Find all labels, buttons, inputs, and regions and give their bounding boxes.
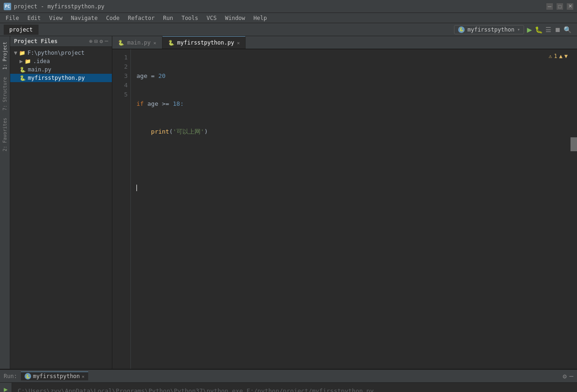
project-panel: Project Files ⊕ ⊟ ⚙ ─ ▼ 📁 F:\python\proj… xyxy=(10,36,112,369)
sidebar-structure-tab[interactable]: 7: Structure xyxy=(1,73,8,114)
panel-icon-group: ⊕ ⊟ ⚙ ─ xyxy=(89,38,108,45)
run-output: C:\Users\zyy\AppData\Local\Programs\Pyth… xyxy=(12,383,577,392)
menu-tools[interactable]: Tools xyxy=(178,14,202,22)
run-tab-close[interactable]: ✕ xyxy=(82,374,84,379)
code-line-2: if age >= 18: xyxy=(136,99,571,109)
title-bar-left: PC project - myfirsstpython.py xyxy=(4,3,104,10)
editor-tabs: 🐍 main.py ✕ 🐍 myfirsstpython.py ✕ xyxy=(112,36,577,49)
toolbar-stop-button[interactable]: ⏹ xyxy=(554,26,561,33)
menu-code[interactable]: Code xyxy=(103,14,123,22)
run-config-selector[interactable]: 🐍 myfirsstpython ▾ xyxy=(454,25,524,34)
project-panel-header: Project Files ⊕ ⊟ ⚙ ─ xyxy=(10,36,112,47)
menu-vcs[interactable]: VCS xyxy=(203,14,220,22)
toolbar-run-button[interactable]: ▶ xyxy=(527,25,532,34)
sidebar-project-tab[interactable]: 1: Project xyxy=(1,38,8,73)
tree-myfirsstpython-file[interactable]: 🐍 myfirsstpython.py xyxy=(10,74,112,82)
run-label: Run: xyxy=(4,373,17,379)
tree-idea-expand: ▶ xyxy=(19,58,23,64)
title-bar: PC project - myfirsstpython.py ─ □ ✕ xyxy=(0,0,577,13)
folder-icon: 📁 xyxy=(19,50,26,56)
run-panel: Run: 🐍 myfirsstpython ✕ ⚙ ─ ▶ ↑ ↓ ⇌ ↓ 🖨 … xyxy=(0,369,577,392)
code-line-1: age = 20 xyxy=(136,71,571,81)
tab-myfirsstpython[interactable]: 🐍 myfirsstpython.py ✕ xyxy=(162,36,246,49)
maximize-button[interactable]: □ xyxy=(557,3,563,10)
run-toolbar: ▶ ↑ ↓ ⇌ ↓ 🖨 🗑 xyxy=(0,383,12,392)
tab-mainpy-label: main.py xyxy=(127,39,151,46)
run-controls: ⚙ ─ xyxy=(563,373,573,380)
toolbar-search-button[interactable]: 🔍 xyxy=(564,26,571,33)
run-tab-icon: 🐍 xyxy=(25,373,31,379)
menu-edit[interactable]: Edit xyxy=(24,14,45,22)
mainpy-file-icon: 🐍 xyxy=(19,67,26,73)
toolbar-coverage-button[interactable]: ☰ xyxy=(545,26,551,33)
window-title: project - myfirsstpython.py xyxy=(14,3,104,10)
run-tab-name: myfirsstpython xyxy=(33,373,80,379)
project-panel-title: Project Files xyxy=(14,38,58,45)
tree-expand-icon: ▼ xyxy=(14,50,17,56)
code-content[interactable]: age = 20 if age >= 18: print('可以上网') xyxy=(131,49,577,369)
code-line-3: print('可以上网') xyxy=(136,127,571,136)
tab-myfirsstpython-icon: 🐍 xyxy=(168,40,175,46)
tab-myfirsstpython-label: myfirsstpython.py xyxy=(177,39,234,46)
run-config-icon: 🐍 xyxy=(458,26,465,33)
menu-run[interactable]: Run xyxy=(159,14,177,22)
text-cursor xyxy=(136,185,137,191)
run-body: ▶ ↑ ↓ ⇌ ↓ 🖨 🗑 C:\Users\zyy\AppData\Local… xyxy=(0,383,577,392)
panel-filter-icon[interactable]: ⊟ xyxy=(94,38,97,45)
window-controls[interactable]: ─ □ ✕ xyxy=(546,3,573,10)
run-config-dropdown-icon: ▾ xyxy=(517,27,520,32)
code-line-5 xyxy=(136,183,571,192)
tree-idea-label: .idea xyxy=(33,58,50,64)
run-play-button[interactable]: ▶ xyxy=(3,385,8,392)
run-settings-button[interactable]: ⚙ xyxy=(563,373,566,380)
run-active-tab[interactable]: 🐍 myfirsstpython ✕ xyxy=(21,372,88,380)
panel-collapse-icon[interactable]: ─ xyxy=(105,38,108,45)
warning-icon: ⚠ xyxy=(549,53,552,59)
panel-sync-icon[interactable]: ⊕ xyxy=(89,38,92,45)
tree-root-folder[interactable]: ▼ 📁 F:\python\project xyxy=(10,49,112,57)
tree-mainpy-label: main.py xyxy=(28,66,52,73)
menu-window[interactable]: Window xyxy=(221,14,249,22)
menu-file[interactable]: File xyxy=(2,14,23,22)
toolbar-debug-button[interactable]: 🐛 xyxy=(535,26,543,33)
tab-mainpy-close[interactable]: ✕ xyxy=(154,40,156,45)
idea-folder-icon: 📁 xyxy=(25,58,31,64)
run-config-name: myfirsstpython xyxy=(467,26,514,33)
run-panel-header: Run: 🐍 myfirsstpython ✕ ⚙ ─ xyxy=(0,370,577,383)
warning-up-icon[interactable]: ▲ xyxy=(559,53,563,59)
vertical-sidebar: 1: Project 7: Structure 2: Favorites xyxy=(0,36,10,369)
line-numbers: 1 2 3 4 5 xyxy=(112,49,131,369)
tab-myfirsstpython-close[interactable]: ✕ xyxy=(237,40,240,45)
sidebar-favorites-tab[interactable]: 2: Favorites xyxy=(1,114,8,155)
tree-myfirsstpython-label: myfirsstpython.py xyxy=(28,75,85,81)
menu-navigate[interactable]: Navigate xyxy=(67,14,102,22)
panel-settings-icon[interactable]: ⚙ xyxy=(100,38,103,45)
editor-area: 🐍 main.py ✕ 🐍 myfirsstpython.py ✕ 1 2 3 … xyxy=(112,36,577,369)
editor-scrollbar-thumb[interactable] xyxy=(571,137,577,151)
tab-mainpy[interactable]: 🐍 main.py ✕ xyxy=(112,36,162,49)
run-command-line: C:\Users\zyy\AppData\Local\Programs\Pyth… xyxy=(18,386,571,392)
tree-mainpy-file[interactable]: 🐍 main.py xyxy=(10,65,112,74)
warning-down-icon[interactable]: ▼ xyxy=(564,53,568,59)
run-close-button[interactable]: ─ xyxy=(570,373,573,380)
project-tab-bar: project 🐍 myfirsstpython ▾ ▶ 🐛 ☰ ⏹ 🔍 xyxy=(0,23,577,36)
app-logo: PC xyxy=(4,3,11,10)
code-line-4 xyxy=(136,155,571,164)
close-button[interactable]: ✕ xyxy=(567,3,573,10)
run-header-left: Run: 🐍 myfirsstpython ✕ xyxy=(4,372,88,380)
menu-refactor[interactable]: Refactor xyxy=(124,14,158,22)
menu-view[interactable]: View xyxy=(45,14,66,22)
editor-warnings: ⚠ 1 ▲ ▼ xyxy=(549,53,568,59)
tree-idea-folder[interactable]: ▶ 📁 .idea xyxy=(10,57,112,65)
tree-root-label: F:\python\project xyxy=(27,50,84,56)
project-tab[interactable]: project xyxy=(4,25,39,35)
code-editor[interactable]: 1 2 3 4 5 age = 20 if age >= 18: print('… xyxy=(112,49,577,369)
tab-mainpy-icon: 🐍 xyxy=(118,40,124,46)
myfirsstpython-file-icon: 🐍 xyxy=(19,75,26,81)
file-tree: ▼ 📁 F:\python\project ▶ 📁 .idea 🐍 main.p… xyxy=(10,47,112,369)
menu-bar: File Edit View Navigate Code Refactor Ru… xyxy=(0,13,577,23)
warning-count: 1 xyxy=(554,53,557,59)
minimize-button[interactable]: ─ xyxy=(546,3,553,10)
main-layout: 1: Project 7: Structure 2: Favorites Pro… xyxy=(0,36,577,369)
menu-help[interactable]: Help xyxy=(250,14,271,22)
